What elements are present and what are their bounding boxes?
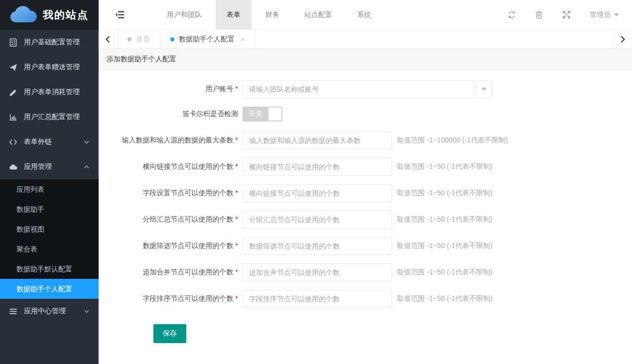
sidebar-item-user-summary-config[interactable]: 用户汇总配置管理 <box>0 105 99 129</box>
required-asterisk: * <box>236 136 238 144</box>
cartesian-product-check-switch[interactable]: 开关 <box>243 107 282 121</box>
field-control <box>243 237 392 255</box>
field-control <box>243 131 392 149</box>
close-icon[interactable]: × <box>241 35 245 43</box>
sidebar-item-user-form-consume[interactable]: 用户表单消耗管理 <box>0 80 99 105</box>
group-summary-nodes-input[interactable] <box>243 211 392 229</box>
field-hint: 取值范围 -1~50 (-1代表不限制) <box>397 189 493 198</box>
chevron-down-icon <box>84 139 90 145</box>
sidebar-item-label: 用户表单赠送管理 <box>24 63 90 72</box>
field-label: 数据筛选节点可以使用的个数* <box>99 242 238 250</box>
field-sort-nodes-input[interactable] <box>243 290 392 308</box>
form-row-field-sort-nodes: 字段排序节点可以使用的个数*取值范围 -1~50 (-1代表不限制) <box>99 290 632 308</box>
sidebar-menu: 用户基础配置管理用户表单赠送管理用户表单消耗管理用户汇总配置管理表单外链应用管理… <box>0 30 99 364</box>
nav-item[interactable]: 表单 <box>216 0 252 29</box>
sidebar-subitem-data-assistant[interactable]: 数据助手 <box>0 199 99 219</box>
tabs-scroll-left-icon[interactable] <box>99 30 118 48</box>
tab-bar: 首页数据助手个人配置× <box>99 30 632 49</box>
sidebar-subitem-app-list[interactable]: 应用列表 <box>0 179 99 199</box>
sidebar-subitem-aggregate-table[interactable]: 聚合表 <box>0 239 99 259</box>
building-grid-icon <box>9 38 17 47</box>
sidebar-item-user-base-config[interactable]: 用户基础配置管理 <box>0 30 99 55</box>
form-row-data-filter-nodes: 数据筛选节点可以使用的个数*取值范围 -1~50 (-1代表不限制) <box>99 237 632 255</box>
required-asterisk: * <box>236 189 238 197</box>
field-hint: 取值范围 -1~50 (-1代表不限制) <box>397 294 493 303</box>
admin-dropdown[interactable]: 管理员 <box>590 10 619 19</box>
sidebar-item-label: 用户基础配置管理 <box>24 38 90 47</box>
refresh-icon[interactable] <box>507 10 516 19</box>
app-window: 我的站点 用户基础配置管理用户表单赠送管理用户表单消耗管理用户汇总配置管理表单外… <box>0 0 632 364</box>
tab[interactable]: 数据助手个人配置× <box>160 30 255 48</box>
field-setting-nodes-input[interactable] <box>243 184 392 202</box>
bar-chart-icon <box>9 113 17 121</box>
sidebar-item-app-center-management[interactable]: 应用中心管理 <box>0 299 99 324</box>
sidebar-collapse-icon[interactable] <box>105 0 134 29</box>
form-row-append-merge-nodes: 追加合并节点可以使用的个数*取值范围 -1~50 (-1代表不限制) <box>99 263 632 281</box>
tab-label: 数据助手个人配置 <box>179 35 235 44</box>
nav-item[interactable]: 用户和团队 <box>156 0 213 29</box>
sidebar-subitem-data-view[interactable]: 数据视图 <box>0 219 99 239</box>
required-asterisk: * <box>236 268 238 276</box>
form-row-horizontal-link-nodes: 横向链接节点可以使用的个数*取值范围 -1~50 (-1代表不限制) <box>99 158 632 176</box>
header-actions: 管理员 <box>507 0 632 29</box>
chevron-down-icon <box>481 88 487 91</box>
form-row-max-input-rows: 输入数据和输入源的数据的最大条数*取值范围 -1~100000 (-1代表不限制… <box>99 131 632 149</box>
top-nav: 用户和团队表单财务站点配置系统 <box>154 0 383 29</box>
required-asterisk: * <box>236 294 238 302</box>
main-area: 用户和团队表单财务站点配置系统 <box>99 0 632 364</box>
required-asterisk: * <box>236 242 238 249</box>
field-label: 追加合并节点可以使用的个数* <box>99 268 238 277</box>
pen-icon <box>9 88 17 97</box>
field-label: 横向链接节点可以使用的个数* <box>99 162 238 171</box>
chevron-down-icon <box>614 13 619 16</box>
fullscreen-icon[interactable] <box>562 10 571 19</box>
field-control <box>243 290 392 308</box>
sidebar-item-app-management[interactable]: 应用管理 <box>0 154 99 179</box>
append-merge-nodes-input[interactable] <box>243 263 392 281</box>
form-row-group-summary-nodes: 分组汇总节点可以使用的个数*取值范围 -1~50 (-1代表不限制) <box>99 211 632 229</box>
page-title: 添加数据助手个人配置 <box>99 49 632 70</box>
max-input-rows-input[interactable] <box>243 131 392 149</box>
field-control <box>243 263 392 281</box>
required-asterisk: * <box>236 215 238 223</box>
menu-icon <box>9 307 17 316</box>
tab-label: 首页 <box>136 35 150 44</box>
save-button[interactable]: 保存 <box>153 324 186 343</box>
cloud-logo-icon <box>9 4 38 26</box>
field-hint: 取值范围 -1~50 (-1代表不限制) <box>397 162 493 171</box>
select-arrow-button[interactable] <box>476 80 492 98</box>
send-icon <box>9 63 17 72</box>
required-asterisk: * <box>236 85 238 93</box>
sidebar-item-form-external-link[interactable]: 表单外链 <box>0 129 99 154</box>
horizontal-link-nodes-input[interactable] <box>243 158 392 176</box>
field-label: 输入数据和输入源的数据的最大条数* <box>99 136 238 145</box>
sidebar-item-label: 应用管理 <box>24 162 84 171</box>
chevron-down-icon <box>84 308 90 314</box>
tabs-strip: 首页数据助手个人配置× <box>118 30 255 48</box>
field-control <box>243 158 392 176</box>
data-filter-nodes-input[interactable] <box>243 237 392 255</box>
field-control <box>243 80 492 98</box>
logo[interactable]: 我的站点 <box>0 0 99 30</box>
tabs-scroll-right-icon[interactable] <box>613 30 632 48</box>
sidebar-item-label: 用户表单消耗管理 <box>24 88 90 97</box>
nav-item[interactable]: 站点配置 <box>293 0 343 29</box>
nav-item[interactable]: 系统 <box>346 0 382 29</box>
tab[interactable]: 首页 <box>118 30 160 48</box>
switch-knob <box>268 108 281 121</box>
sidebar-subitem-data-assistant-default-config[interactable]: 数据助手默认配置 <box>0 259 99 279</box>
code-link-icon <box>9 138 17 146</box>
trash-icon[interactable] <box>535 10 543 19</box>
field-hint: 取值范围 -1~50 (-1代表不限制) <box>397 242 493 250</box>
sidebar: 我的站点 用户基础配置管理用户表单赠送管理用户表单消耗管理用户汇总配置管理表单外… <box>0 0 99 364</box>
nav-item[interactable]: 财务 <box>254 0 290 29</box>
field-control <box>243 211 392 229</box>
user-account-select[interactable] <box>243 80 474 98</box>
tab-dot-icon <box>127 37 131 41</box>
top-header: 用户和团队表单财务站点配置系统 <box>99 0 632 30</box>
chevron-up-icon <box>84 164 90 170</box>
field-hint: 取值范围 -1~100000 (-1代表不限制) <box>397 136 508 145</box>
sidebar-item-user-form-gift[interactable]: 用户表单赠送管理 <box>0 55 99 80</box>
form-row-user-account: 用户账号* <box>99 80 632 98</box>
sidebar-subitem-data-assistant-personal-config[interactable]: 数据助手个人配置 <box>0 279 99 299</box>
